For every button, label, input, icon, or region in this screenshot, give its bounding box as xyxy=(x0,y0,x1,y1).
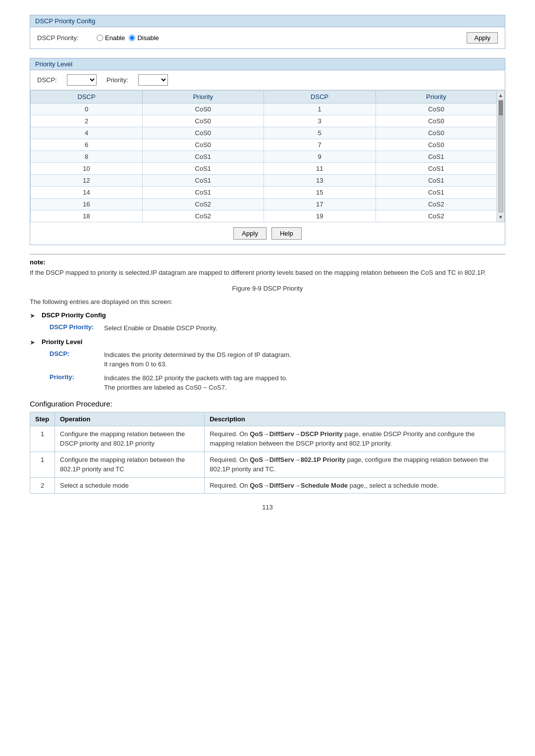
dscp-desc-line1: Indicates the priority determined by the… xyxy=(104,351,291,358)
proc-operation-cell: Configure the mapping relation between t… xyxy=(55,426,205,452)
priority-ctrl-label: Priority: xyxy=(107,76,128,84)
dscp2-cell: 11 xyxy=(264,163,375,175)
dscp-desc-line2: It ranges from 0 to 63. xyxy=(104,360,167,368)
proc-table-row: 1 Configure the mapping relation between… xyxy=(30,452,505,477)
dscp1-cell: 8 xyxy=(31,151,143,163)
table-row: 8 CoS1 9 CoS1 xyxy=(31,151,497,163)
dscp2-cell: 7 xyxy=(264,139,375,151)
disable-option[interactable]: Disable xyxy=(129,34,159,42)
page-number: 113 xyxy=(30,504,505,511)
proc-table-row: 1 Configure the mapping relation between… xyxy=(30,426,505,452)
table-row: 6 CoS0 7 CoS0 xyxy=(31,139,497,151)
config-proc-table: Step Operation Description 1 Configure t… xyxy=(30,412,505,494)
dscp2-cell: 5 xyxy=(264,127,375,139)
subsection-dscp-priority: DSCP Priority: Select Enable or Disable … xyxy=(50,323,505,333)
dscp2-cell: 1 xyxy=(264,103,375,115)
pri2-cell: CoS0 xyxy=(375,103,497,115)
dscp1-cell: 16 xyxy=(31,199,143,210)
proc-header-description: Description xyxy=(205,412,505,426)
dscp2-cell: 15 xyxy=(264,187,375,199)
pri2-cell: CoS2 xyxy=(375,210,497,222)
dscp-field-desc: Indicates the priority determined by the… xyxy=(104,350,505,369)
priority-field-item: Priority: Indicates the 802.1P priority … xyxy=(50,373,505,393)
proc-operation-cell: Select a schedule mode xyxy=(55,477,205,494)
table-buttons-row: Apply Help xyxy=(30,222,505,245)
table-scrollbar[interactable]: ▲ ▼ xyxy=(497,90,505,222)
priority-level-header: Priority Level xyxy=(30,58,505,70)
dscp1-cell: 12 xyxy=(31,175,143,187)
priority-controls: DSCP: Priority: xyxy=(30,70,505,90)
bullet-dscp-config: ➤ DSCP Priority Config xyxy=(30,311,505,319)
dscp-select[interactable] xyxy=(67,74,97,86)
scroll-track[interactable] xyxy=(498,100,503,212)
table-row: 10 CoS1 11 CoS1 xyxy=(31,163,497,175)
proc-step-cell: 2 xyxy=(30,477,55,494)
dscp-priority-field-desc: Select Enable or Disable DSCP Priority. xyxy=(104,323,505,333)
pri1-cell: CoS0 xyxy=(143,103,264,115)
dscp1-cell: 18 xyxy=(31,210,143,222)
priority-help-button[interactable]: Help xyxy=(271,227,302,240)
pri1-cell: CoS1 xyxy=(143,175,264,187)
proc-description-cell: Required. On QoS→DiffServ→802.1P Priorit… xyxy=(205,452,505,477)
note-section: note: If the DSCP mapped to priority is … xyxy=(30,254,505,278)
dscp-priority-label: DSCP Priority: xyxy=(37,34,92,42)
bullet-arrow-2: ➤ xyxy=(30,339,38,346)
table-row: 16 CoS2 17 CoS2 xyxy=(31,199,497,210)
scroll-down-arrow[interactable]: ▼ xyxy=(497,213,504,221)
disable-label: Disable xyxy=(137,34,159,42)
pri2-cell: CoS0 xyxy=(375,115,497,127)
priority-apply-button[interactable]: Apply xyxy=(233,227,267,240)
dscp-priority-radio-group: Enable Disable xyxy=(97,34,462,42)
priority-select[interactable] xyxy=(138,74,168,86)
dscp1-cell: 14 xyxy=(31,187,143,199)
priority-level-section: Priority Level DSCP: Priority: DSCP Prio… xyxy=(30,58,505,245)
dscp1-cell: 2 xyxy=(31,115,143,127)
col-header-dscp1: DSCP xyxy=(31,91,143,103)
dscp2-cell: 3 xyxy=(264,115,375,127)
pri2-cell: CoS1 xyxy=(375,151,497,163)
pri1-cell: CoS0 xyxy=(143,115,264,127)
bullet-priority-level: ➤ Priority Level xyxy=(30,338,505,346)
dscp2-cell: 19 xyxy=(264,210,375,222)
enable-option[interactable]: Enable xyxy=(97,34,125,42)
col-header-dscp2: DSCP xyxy=(264,91,375,103)
dscp1-cell: 6 xyxy=(31,139,143,151)
pri2-cell: CoS0 xyxy=(375,139,497,151)
pri1-cell: CoS2 xyxy=(143,199,264,210)
dscp1-cell: 0 xyxy=(31,103,143,115)
scroll-up-arrow[interactable]: ▲ xyxy=(497,92,504,99)
pri2-cell: CoS1 xyxy=(375,163,497,175)
pri1-cell: CoS1 xyxy=(143,187,264,199)
col-header-priority2: Priority xyxy=(375,91,497,103)
figure-caption: Figure 9-9 DSCP Priority xyxy=(30,285,505,292)
pri1-cell: CoS1 xyxy=(143,163,264,175)
proc-step-cell: 1 xyxy=(30,452,55,477)
priority-desc-line1: Indicates the 802.1P priority the packet… xyxy=(104,374,287,382)
proc-header-step: Step xyxy=(30,412,55,426)
table-row: 2 CoS0 3 CoS0 xyxy=(31,115,497,127)
pri2-cell: CoS0 xyxy=(375,127,497,139)
dscp-priority-config-section: DSCP Priority Config DSCP Priority: Enab… xyxy=(30,15,505,49)
disable-radio[interactable] xyxy=(129,35,135,41)
config-proc-title: Configuration Procedure: xyxy=(30,400,505,408)
section1-title: DSCP Priority Config xyxy=(42,311,106,319)
proc-operation-cell: Configure the mapping relation between t… xyxy=(55,452,205,477)
proc-description-cell: Required. On QoS→DiffServ→DSCP Priority … xyxy=(205,426,505,452)
priority-table: DSCP Priority DSCP Priority 0 CoS0 1 CoS… xyxy=(30,90,497,222)
pri2-cell: CoS1 xyxy=(375,175,497,187)
table-row: 14 CoS1 15 CoS1 xyxy=(31,187,497,199)
pri1-cell: CoS2 xyxy=(143,210,264,222)
dscp2-cell: 13 xyxy=(264,175,375,187)
dscp-config-apply-button[interactable]: Apply xyxy=(467,32,498,44)
bullet-section-1: ➤ DSCP Priority Config DSCP Priority: Se… xyxy=(30,311,505,333)
dscp-field-item: DSCP: Indicates the priority determined … xyxy=(50,350,505,369)
pri2-cell: CoS2 xyxy=(375,199,497,210)
enable-radio[interactable] xyxy=(97,35,103,41)
bullet-section-2: ➤ Priority Level DSCP: Indicates the pri… xyxy=(30,338,505,393)
note-label: note: xyxy=(30,258,505,266)
pri1-cell: CoS0 xyxy=(143,127,264,139)
scroll-thumb xyxy=(499,101,503,115)
dscp-priority-item: DSCP Priority: Select Enable or Disable … xyxy=(50,323,505,333)
pri1-cell: CoS1 xyxy=(143,151,264,163)
col-header-priority1: Priority xyxy=(143,91,264,103)
